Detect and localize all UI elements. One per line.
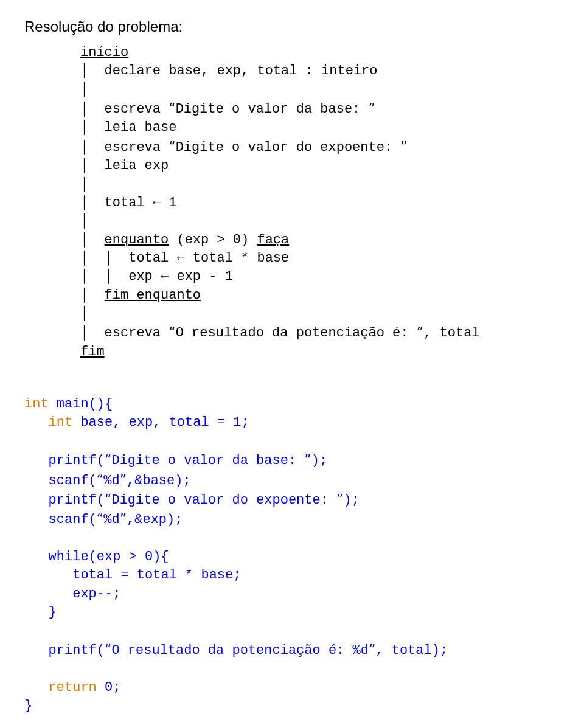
enq-line2: exp ← exp - 1 bbox=[128, 269, 233, 284]
leia-base: leia base bbox=[105, 120, 177, 135]
leia-exp: leia exp bbox=[105, 158, 169, 173]
declare: declare base, exp, total : inteiro bbox=[105, 63, 378, 78]
inicio: início bbox=[80, 45, 128, 60]
fim: fim bbox=[80, 344, 105, 359]
escreva3: escreva “O resultado da potenciação é: ”… bbox=[105, 325, 480, 341]
enquanto-line: enquanto (exp > 0) faça bbox=[105, 232, 290, 248]
heading: Resolução do problema: bbox=[24, 18, 560, 35]
pseudocode-block: início │ declare base, exp, total : inte… bbox=[80, 44, 560, 361]
enq-line1: total ← total * base bbox=[128, 251, 289, 266]
escreva2: escreva “Digite o valor do expoente: ” bbox=[105, 140, 408, 155]
c-code-block: int main(){ int base, exp, total = 1; pr… bbox=[24, 395, 560, 715]
escreva1: escreva “Digite o valor da base: ” bbox=[105, 102, 375, 117]
fim-enquanto: fim enquanto bbox=[105, 288, 201, 303]
total-1: total ← 1 bbox=[105, 195, 177, 210]
